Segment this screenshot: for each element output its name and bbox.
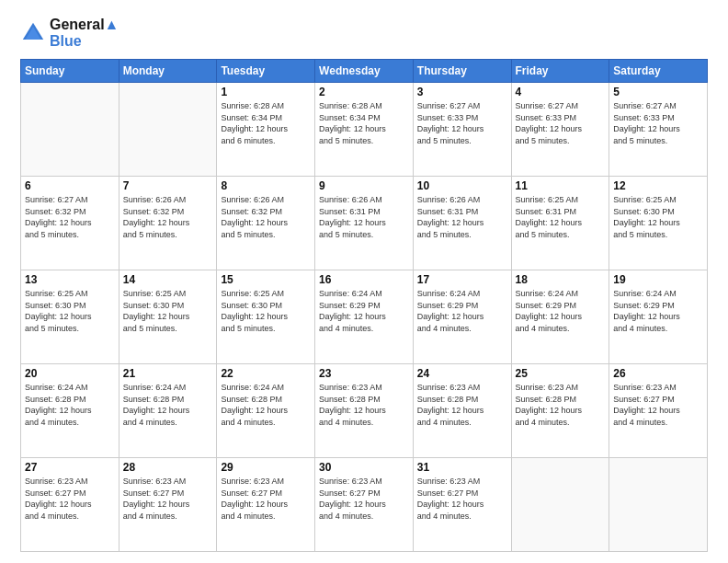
day-number: 30 (319, 461, 409, 474)
day-info: Sunrise: 6:23 AM Sunset: 6:27 PM Dayligh… (613, 382, 703, 428)
calendar-cell: 18Sunrise: 6:24 AM Sunset: 6:29 PM Dayli… (511, 270, 609, 364)
calendar-week-2: 13Sunrise: 6:25 AM Sunset: 6:30 PM Dayli… (21, 270, 708, 364)
day-info: Sunrise: 6:27 AM Sunset: 6:32 PM Dayligh… (25, 194, 115, 240)
day-number: 6 (25, 179, 115, 192)
calendar-cell: 14Sunrise: 6:25 AM Sunset: 6:30 PM Dayli… (119, 270, 217, 364)
day-info: Sunrise: 6:23 AM Sunset: 6:27 PM Dayligh… (319, 476, 409, 522)
day-number: 21 (123, 367, 213, 380)
day-info: Sunrise: 6:28 AM Sunset: 6:34 PM Dayligh… (221, 100, 311, 146)
day-number: 22 (221, 367, 311, 380)
day-info: Sunrise: 6:23 AM Sunset: 6:27 PM Dayligh… (25, 476, 115, 522)
day-number: 17 (417, 273, 507, 286)
calendar-cell: 28Sunrise: 6:23 AM Sunset: 6:27 PM Dayli… (119, 458, 217, 552)
calendar-cell (609, 458, 708, 552)
day-info: Sunrise: 6:24 AM Sunset: 6:28 PM Dayligh… (25, 382, 115, 428)
calendar-header-row: SundayMondayTuesdayWednesdayThursdayFrid… (21, 60, 708, 83)
day-info: Sunrise: 6:26 AM Sunset: 6:31 PM Dayligh… (319, 194, 409, 240)
day-number: 2 (319, 86, 409, 98)
calendar-cell: 9Sunrise: 6:26 AM Sunset: 6:31 PM Daylig… (315, 177, 414, 270)
day-info: Sunrise: 6:24 AM Sunset: 6:29 PM Dayligh… (613, 288, 703, 334)
day-info: Sunrise: 6:23 AM Sunset: 6:28 PM Dayligh… (516, 382, 606, 428)
logo-text: General▲ Blue (50, 17, 119, 50)
calendar-cell: 10Sunrise: 6:26 AM Sunset: 6:31 PM Dayli… (413, 177, 511, 270)
day-info: Sunrise: 6:25 AM Sunset: 6:31 PM Dayligh… (516, 194, 606, 240)
day-number: 14 (123, 273, 213, 286)
calendar-cell: 12Sunrise: 6:25 AM Sunset: 6:30 PM Dayli… (609, 177, 708, 270)
day-info: Sunrise: 6:28 AM Sunset: 6:34 PM Dayligh… (319, 100, 409, 146)
day-info: Sunrise: 6:26 AM Sunset: 6:32 PM Dayligh… (123, 194, 213, 240)
calendar-header-thursday: Thursday (413, 60, 511, 83)
calendar-week-3: 20Sunrise: 6:24 AM Sunset: 6:28 PM Dayli… (21, 364, 708, 458)
day-number: 29 (221, 461, 311, 474)
day-info: Sunrise: 6:25 AM Sunset: 6:30 PM Dayligh… (25, 288, 115, 334)
logo: General▲ Blue (20, 17, 119, 50)
day-number: 12 (613, 179, 703, 192)
calendar-cell: 19Sunrise: 6:24 AM Sunset: 6:29 PM Dayli… (609, 270, 708, 364)
day-info: Sunrise: 6:26 AM Sunset: 6:32 PM Dayligh… (221, 194, 311, 240)
day-info: Sunrise: 6:25 AM Sunset: 6:30 PM Dayligh… (123, 288, 213, 334)
calendar-cell: 29Sunrise: 6:23 AM Sunset: 6:27 PM Dayli… (217, 458, 315, 552)
day-number: 31 (417, 461, 507, 474)
calendar-cell: 5Sunrise: 6:27 AM Sunset: 6:33 PM Daylig… (609, 83, 708, 177)
day-number: 8 (221, 179, 311, 192)
day-info: Sunrise: 6:27 AM Sunset: 6:33 PM Dayligh… (417, 100, 507, 146)
day-info: Sunrise: 6:23 AM Sunset: 6:27 PM Dayligh… (123, 476, 213, 522)
day-info: Sunrise: 6:26 AM Sunset: 6:31 PM Dayligh… (417, 194, 507, 240)
calendar-header-monday: Monday (119, 60, 217, 83)
day-number: 25 (516, 367, 606, 380)
calendar-cell: 2Sunrise: 6:28 AM Sunset: 6:34 PM Daylig… (315, 83, 414, 177)
calendar-week-1: 6Sunrise: 6:27 AM Sunset: 6:32 PM Daylig… (21, 177, 708, 270)
calendar-cell (119, 83, 217, 177)
day-number: 24 (417, 367, 507, 380)
calendar-cell: 21Sunrise: 6:24 AM Sunset: 6:28 PM Dayli… (119, 364, 217, 458)
day-info: Sunrise: 6:25 AM Sunset: 6:30 PM Dayligh… (221, 288, 311, 334)
day-number: 1 (221, 86, 311, 98)
day-number: 4 (516, 86, 606, 98)
day-info: Sunrise: 6:24 AM Sunset: 6:29 PM Dayligh… (417, 288, 507, 334)
calendar-cell: 23Sunrise: 6:23 AM Sunset: 6:28 PM Dayli… (315, 364, 414, 458)
calendar-cell: 26Sunrise: 6:23 AM Sunset: 6:27 PM Dayli… (609, 364, 708, 458)
calendar-cell: 25Sunrise: 6:23 AM Sunset: 6:28 PM Dayli… (511, 364, 609, 458)
calendar-header-friday: Friday (511, 60, 609, 83)
day-number: 16 (319, 273, 409, 286)
calendar-cell (511, 458, 609, 552)
day-number: 13 (25, 273, 115, 286)
calendar-cell: 20Sunrise: 6:24 AM Sunset: 6:28 PM Dayli… (21, 364, 119, 458)
calendar-cell: 27Sunrise: 6:23 AM Sunset: 6:27 PM Dayli… (21, 458, 119, 552)
day-info: Sunrise: 6:23 AM Sunset: 6:28 PM Dayligh… (417, 382, 507, 428)
page: General▲ Blue SundayMondayTuesdayWednesd… (0, 0, 728, 563)
calendar-cell: 7Sunrise: 6:26 AM Sunset: 6:32 PM Daylig… (119, 177, 217, 270)
calendar-cell: 17Sunrise: 6:24 AM Sunset: 6:29 PM Dayli… (413, 270, 511, 364)
calendar-cell: 6Sunrise: 6:27 AM Sunset: 6:32 PM Daylig… (21, 177, 119, 270)
calendar-header-sunday: Sunday (21, 60, 119, 83)
calendar-week-0: 1Sunrise: 6:28 AM Sunset: 6:34 PM Daylig… (21, 83, 708, 177)
calendar-cell: 22Sunrise: 6:24 AM Sunset: 6:28 PM Dayli… (217, 364, 315, 458)
calendar-cell: 24Sunrise: 6:23 AM Sunset: 6:28 PM Dayli… (413, 364, 511, 458)
calendar-cell: 3Sunrise: 6:27 AM Sunset: 6:33 PM Daylig… (413, 83, 511, 177)
day-number: 3 (417, 86, 507, 98)
day-info: Sunrise: 6:24 AM Sunset: 6:28 PM Dayligh… (123, 382, 213, 428)
day-number: 26 (613, 367, 703, 380)
calendar-header-tuesday: Tuesday (217, 60, 315, 83)
calendar-header-wednesday: Wednesday (315, 60, 414, 83)
calendar-table: SundayMondayTuesdayWednesdayThursdayFrid… (20, 59, 708, 552)
day-info: Sunrise: 6:23 AM Sunset: 6:28 PM Dayligh… (319, 382, 409, 428)
day-info: Sunrise: 6:23 AM Sunset: 6:27 PM Dayligh… (221, 476, 311, 522)
day-info: Sunrise: 6:25 AM Sunset: 6:30 PM Dayligh… (613, 194, 703, 240)
calendar-cell: 11Sunrise: 6:25 AM Sunset: 6:31 PM Dayli… (511, 177, 609, 270)
day-number: 27 (25, 461, 115, 474)
day-number: 7 (123, 179, 213, 192)
calendar-week-4: 27Sunrise: 6:23 AM Sunset: 6:27 PM Dayli… (21, 458, 708, 552)
day-number: 28 (123, 461, 213, 474)
header: General▲ Blue (20, 17, 708, 50)
calendar-cell: 1Sunrise: 6:28 AM Sunset: 6:34 PM Daylig… (217, 83, 315, 177)
calendar-cell: 15Sunrise: 6:25 AM Sunset: 6:30 PM Dayli… (217, 270, 315, 364)
calendar-cell: 30Sunrise: 6:23 AM Sunset: 6:27 PM Dayli… (315, 458, 414, 552)
day-info: Sunrise: 6:24 AM Sunset: 6:29 PM Dayligh… (516, 288, 606, 334)
day-number: 10 (417, 179, 507, 192)
day-number: 19 (613, 273, 703, 286)
calendar-cell: 13Sunrise: 6:25 AM Sunset: 6:30 PM Dayli… (21, 270, 119, 364)
day-info: Sunrise: 6:24 AM Sunset: 6:29 PM Dayligh… (319, 288, 409, 334)
calendar-cell: 8Sunrise: 6:26 AM Sunset: 6:32 PM Daylig… (217, 177, 315, 270)
day-info: Sunrise: 6:27 AM Sunset: 6:33 PM Dayligh… (516, 100, 606, 146)
